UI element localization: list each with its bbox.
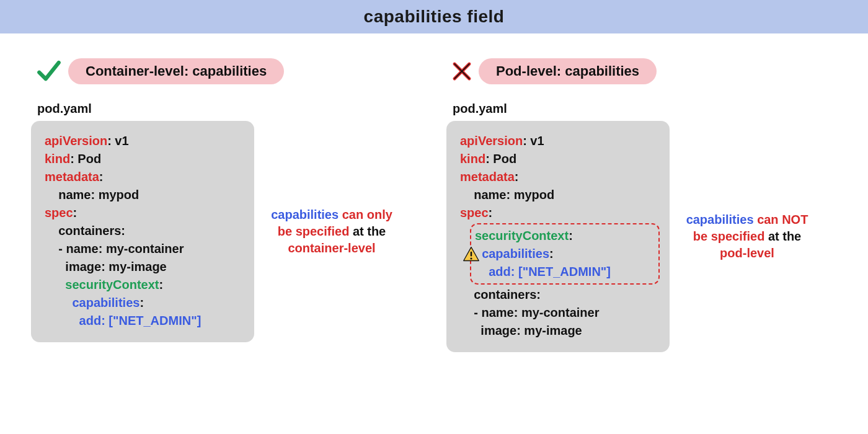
yaml-colon: : xyxy=(569,229,573,242)
aside-text: be specified xyxy=(693,229,768,243)
yaml-colon: : xyxy=(489,206,493,219)
right-code-wrap: apiVersion: v1 kind: Pod metadata: name:… xyxy=(446,121,837,352)
left-aside: capabilities can only be specified at th… xyxy=(267,206,397,257)
content: Container-level: capabilities pod.yaml a… xyxy=(0,33,868,352)
yaml-indent xyxy=(45,314,79,327)
warning-icon xyxy=(463,246,480,263)
yaml-val: : Pod xyxy=(485,152,516,166)
svg-rect-4 xyxy=(471,251,472,256)
left-code-wrap: apiVersion: v1 kind: Pod metadata: name:… xyxy=(31,121,422,342)
yaml-indent xyxy=(475,265,489,278)
yaml-key: spec xyxy=(460,206,489,219)
yaml-line: image: my-image xyxy=(460,324,582,337)
yaml-colon: : xyxy=(549,247,554,260)
right-badge-row: Pod-level: capabilities xyxy=(451,58,837,84)
aside-text: can only xyxy=(342,208,392,221)
yaml-key: add xyxy=(79,314,102,327)
yaml-val: : v1 xyxy=(523,134,544,148)
yaml-indent xyxy=(45,296,72,309)
yaml-colon: : xyxy=(159,278,164,291)
right-column: Pod-level: capabilities pod.yaml apiVers… xyxy=(446,58,837,352)
yaml-key: apiVersion xyxy=(460,134,523,148)
yaml-key: capabilities xyxy=(72,296,140,309)
yaml-line: containers: xyxy=(460,288,541,301)
right-badge: Pod-level: capabilities xyxy=(479,58,657,84)
invalid-block: securityContext: capabilities: add: ["NE… xyxy=(470,223,660,285)
yaml-key: metadata xyxy=(460,170,515,184)
cross-icon xyxy=(451,61,472,82)
yaml-key: metadata xyxy=(45,170,99,184)
aside-text: capabilities xyxy=(271,208,342,221)
right-aside: capabilities can NOT be specified at the… xyxy=(682,211,812,262)
yaml-val: : v1 xyxy=(107,134,128,148)
yaml-val: : ["NET_ADMIN"] xyxy=(101,314,201,327)
left-badge: Container-level: capabilities xyxy=(68,58,284,84)
aside-text: capabilities xyxy=(686,213,758,226)
yaml-line: containers: xyxy=(45,224,125,237)
yaml-key: apiVersion xyxy=(45,134,107,148)
aside-text: container-level xyxy=(288,241,375,255)
yaml-line: image: my-image xyxy=(45,260,167,273)
aside-text: at the xyxy=(353,224,386,238)
yaml-key: capabilities xyxy=(482,247,549,260)
yaml-colon: : xyxy=(140,296,144,309)
right-code-box: apiVersion: v1 kind: Pod metadata: name:… xyxy=(446,121,670,352)
aside-text: at the xyxy=(768,229,801,243)
svg-point-5 xyxy=(470,257,472,259)
yaml-key: spec xyxy=(45,206,73,219)
yaml-val: : Pod xyxy=(70,152,101,166)
left-column: Container-level: capabilities pod.yaml a… xyxy=(31,58,422,352)
yaml-key: securityContext xyxy=(65,278,159,291)
yaml-key: kind xyxy=(460,152,485,166)
aside-text: can NOT xyxy=(757,213,808,226)
yaml-indent xyxy=(45,278,65,291)
yaml-colon: : xyxy=(73,206,78,219)
yaml-line: name: mypod xyxy=(460,188,554,202)
yaml-key: kind xyxy=(45,152,70,166)
left-badge-row: Container-level: capabilities xyxy=(36,58,422,84)
yaml-colon: : xyxy=(515,170,519,184)
yaml-line: - name: my-container xyxy=(45,242,184,255)
yaml-line: - name: my-container xyxy=(460,306,600,319)
yaml-colon: : xyxy=(99,170,104,184)
left-file-label: pod.yaml xyxy=(37,102,422,116)
yaml-key: add xyxy=(489,265,511,278)
page-header: capabilities field xyxy=(0,0,868,33)
yaml-key: securityContext xyxy=(475,229,569,242)
check-icon xyxy=(36,58,62,84)
aside-text: be specified xyxy=(278,224,353,238)
page-title: capabilities field xyxy=(364,7,505,27)
left-code-box: apiVersion: v1 kind: Pod metadata: name:… xyxy=(31,121,254,342)
aside-text: pod-level xyxy=(720,246,774,260)
yaml-val: : ["NET_ADMIN"] xyxy=(511,265,611,278)
right-file-label: pod.yaml xyxy=(453,102,837,116)
yaml-line: name: mypod xyxy=(45,188,139,202)
